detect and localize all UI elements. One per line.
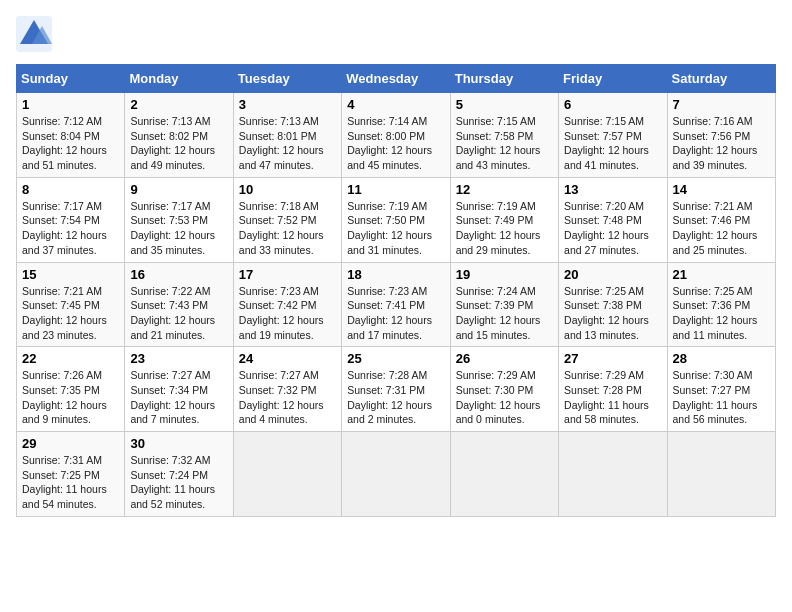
calendar-cell: [667, 432, 775, 517]
logo: [16, 16, 56, 52]
calendar-cell: 12Sunrise: 7:19 AMSunset: 7:49 PMDayligh…: [450, 177, 558, 262]
calendar-week-1: 1Sunrise: 7:12 AMSunset: 8:04 PMDaylight…: [17, 93, 776, 178]
calendar-cell: 1Sunrise: 7:12 AMSunset: 8:04 PMDaylight…: [17, 93, 125, 178]
day-info: Sunrise: 7:21 AM: [22, 284, 119, 299]
col-header-friday: Friday: [559, 65, 667, 93]
day-info: Sunset: 7:52 PM: [239, 213, 336, 228]
day-number: 12: [456, 182, 553, 197]
day-info: Sunset: 7:30 PM: [456, 383, 553, 398]
calendar-week-3: 15Sunrise: 7:21 AMSunset: 7:45 PMDayligh…: [17, 262, 776, 347]
day-info: Daylight: 12 hours: [456, 398, 553, 413]
day-number: 21: [673, 267, 770, 282]
day-info: Sunrise: 7:31 AM: [22, 453, 119, 468]
day-info: and 13 minutes.: [564, 328, 661, 343]
calendar-cell: 10Sunrise: 7:18 AMSunset: 7:52 PMDayligh…: [233, 177, 341, 262]
day-info: and 0 minutes.: [456, 412, 553, 427]
calendar-cell: 6Sunrise: 7:15 AMSunset: 7:57 PMDaylight…: [559, 93, 667, 178]
col-header-wednesday: Wednesday: [342, 65, 450, 93]
day-info: Daylight: 12 hours: [456, 143, 553, 158]
day-number: 26: [456, 351, 553, 366]
day-info: Daylight: 11 hours: [564, 398, 661, 413]
day-info: Sunset: 7:50 PM: [347, 213, 444, 228]
calendar-cell: 16Sunrise: 7:22 AMSunset: 7:43 PMDayligh…: [125, 262, 233, 347]
day-number: 4: [347, 97, 444, 112]
day-info: Sunset: 7:54 PM: [22, 213, 119, 228]
day-number: 16: [130, 267, 227, 282]
calendar-cell: 17Sunrise: 7:23 AMSunset: 7:42 PMDayligh…: [233, 262, 341, 347]
day-info: and 27 minutes.: [564, 243, 661, 258]
day-number: 13: [564, 182, 661, 197]
col-header-saturday: Saturday: [667, 65, 775, 93]
day-info: and 49 minutes.: [130, 158, 227, 173]
day-info: and 21 minutes.: [130, 328, 227, 343]
calendar-cell: [450, 432, 558, 517]
day-number: 30: [130, 436, 227, 451]
day-number: 18: [347, 267, 444, 282]
day-info: Sunrise: 7:29 AM: [564, 368, 661, 383]
calendar-cell: [342, 432, 450, 517]
day-info: Sunset: 8:00 PM: [347, 129, 444, 144]
day-info: Sunrise: 7:13 AM: [130, 114, 227, 129]
day-info: Sunrise: 7:23 AM: [347, 284, 444, 299]
day-info: and 51 minutes.: [22, 158, 119, 173]
day-number: 3: [239, 97, 336, 112]
day-info: Sunrise: 7:23 AM: [239, 284, 336, 299]
day-info: and 39 minutes.: [673, 158, 770, 173]
day-info: Sunset: 7:27 PM: [673, 383, 770, 398]
day-info: Sunrise: 7:25 AM: [564, 284, 661, 299]
day-info: Sunrise: 7:16 AM: [673, 114, 770, 129]
day-info: Sunrise: 7:29 AM: [456, 368, 553, 383]
day-info: Daylight: 12 hours: [347, 143, 444, 158]
day-info: Sunset: 7:57 PM: [564, 129, 661, 144]
day-info: Sunset: 7:42 PM: [239, 298, 336, 313]
day-info: Sunset: 7:43 PM: [130, 298, 227, 313]
col-header-thursday: Thursday: [450, 65, 558, 93]
day-number: 10: [239, 182, 336, 197]
calendar-week-5: 29Sunrise: 7:31 AMSunset: 7:25 PMDayligh…: [17, 432, 776, 517]
col-header-tuesday: Tuesday: [233, 65, 341, 93]
day-info: and 54 minutes.: [22, 497, 119, 512]
day-number: 22: [22, 351, 119, 366]
day-info: Daylight: 12 hours: [456, 228, 553, 243]
day-info: Sunrise: 7:24 AM: [456, 284, 553, 299]
day-number: 11: [347, 182, 444, 197]
day-info: Sunrise: 7:27 AM: [130, 368, 227, 383]
day-info: Daylight: 11 hours: [673, 398, 770, 413]
day-info: Sunset: 7:49 PM: [456, 213, 553, 228]
day-info: Sunset: 8:04 PM: [22, 129, 119, 144]
day-info: Daylight: 12 hours: [239, 143, 336, 158]
col-header-monday: Monday: [125, 65, 233, 93]
day-info: Sunset: 7:38 PM: [564, 298, 661, 313]
day-info: Sunrise: 7:19 AM: [347, 199, 444, 214]
day-info: Sunrise: 7:21 AM: [673, 199, 770, 214]
day-info: Sunset: 7:24 PM: [130, 468, 227, 483]
day-info: Sunrise: 7:30 AM: [673, 368, 770, 383]
day-info: and 35 minutes.: [130, 243, 227, 258]
day-info: and 23 minutes.: [22, 328, 119, 343]
calendar-cell: 23Sunrise: 7:27 AMSunset: 7:34 PMDayligh…: [125, 347, 233, 432]
calendar-cell: 13Sunrise: 7:20 AMSunset: 7:48 PMDayligh…: [559, 177, 667, 262]
day-info: Sunset: 7:32 PM: [239, 383, 336, 398]
day-number: 29: [22, 436, 119, 451]
day-info: and 37 minutes.: [22, 243, 119, 258]
day-info: and 19 minutes.: [239, 328, 336, 343]
calendar-cell: 19Sunrise: 7:24 AMSunset: 7:39 PMDayligh…: [450, 262, 558, 347]
day-number: 15: [22, 267, 119, 282]
calendar-cell: 14Sunrise: 7:21 AMSunset: 7:46 PMDayligh…: [667, 177, 775, 262]
day-info: Daylight: 12 hours: [564, 143, 661, 158]
day-info: Daylight: 12 hours: [456, 313, 553, 328]
day-info: and 11 minutes.: [673, 328, 770, 343]
day-info: Sunset: 7:28 PM: [564, 383, 661, 398]
day-number: 1: [22, 97, 119, 112]
day-info: and 17 minutes.: [347, 328, 444, 343]
day-info: Daylight: 12 hours: [239, 228, 336, 243]
day-info: Daylight: 12 hours: [347, 313, 444, 328]
calendar-cell: 28Sunrise: 7:30 AMSunset: 7:27 PMDayligh…: [667, 347, 775, 432]
calendar-cell: 11Sunrise: 7:19 AMSunset: 7:50 PMDayligh…: [342, 177, 450, 262]
day-info: Sunrise: 7:13 AM: [239, 114, 336, 129]
calendar-table: SundayMondayTuesdayWednesdayThursdayFrid…: [16, 64, 776, 517]
day-number: 24: [239, 351, 336, 366]
calendar-cell: 29Sunrise: 7:31 AMSunset: 7:25 PMDayligh…: [17, 432, 125, 517]
day-number: 25: [347, 351, 444, 366]
day-info: and 15 minutes.: [456, 328, 553, 343]
